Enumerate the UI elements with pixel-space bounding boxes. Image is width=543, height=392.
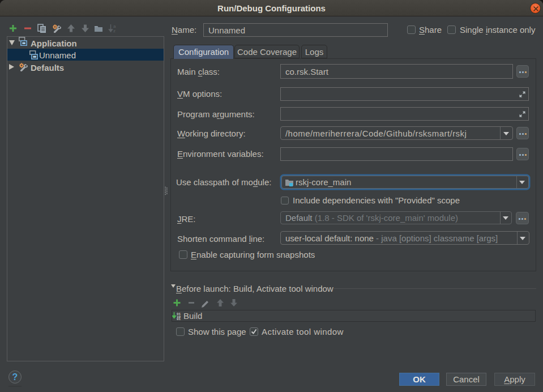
svg-text:z: z	[113, 28, 116, 33]
svg-text:01: 01	[177, 317, 181, 320]
